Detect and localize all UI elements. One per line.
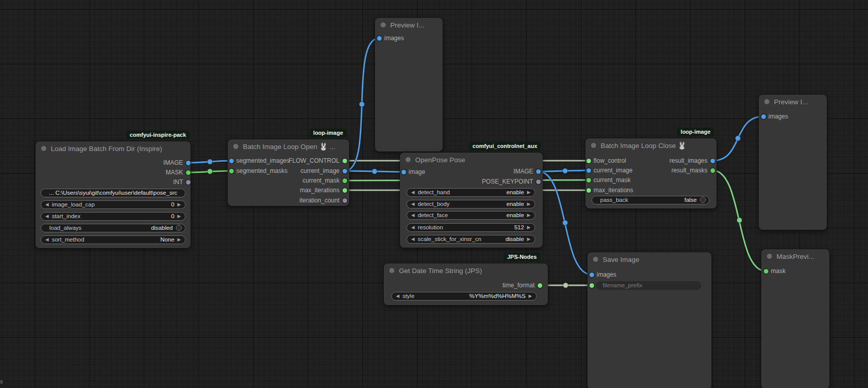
widget-sort_method[interactable]: ◀sort_methodNone▶ — [41, 235, 185, 244]
node-titlebar[interactable]: OpenPose Pose — [400, 153, 543, 167]
decrement-arrow-icon[interactable]: ◀ — [396, 294, 399, 299]
node-batch-image-loop-close[interactable]: loop-imageBatch Image Loop Close 🐰flow_c… — [585, 138, 717, 208]
node-save-image[interactable]: Save Imageimagesfilename_prefix — [587, 252, 711, 388]
node-mask-preview[interactable]: MaskPrevi...mask — [761, 249, 829, 388]
collapse-dot-icon[interactable] — [767, 254, 772, 259]
node-titlebar[interactable]: Load Image Batch From Dir (Inspire) — [36, 141, 191, 156]
collapse-dot-icon[interactable] — [764, 99, 769, 104]
output-slot-dot-IMAGE[interactable] — [186, 161, 191, 165]
output-slot-dot-INT[interactable] — [186, 180, 191, 185]
input-slot-dot-max_iterations[interactable] — [586, 188, 591, 193]
output-slot-dot-MASK[interactable] — [186, 170, 191, 175]
node-title: Get Date Time String (JPS) — [399, 267, 482, 275]
output-slot-dot-FLOW_CONTROL[interactable] — [343, 159, 347, 163]
output-slot-dot-POSE_KEYPOINT[interactable] — [536, 180, 541, 184]
output-slot-dot-IMAGE[interactable] — [536, 169, 541, 174]
widget-detect_face[interactable]: ◀detect_faceenable▶ — [407, 211, 535, 220]
output-slot-dot-current_mask[interactable] — [343, 178, 347, 183]
toggle-off-icon[interactable] — [700, 197, 706, 203]
node-openpose-pose[interactable]: comfyui_controlnet_auxOpenPose Poseimage… — [400, 153, 543, 248]
node-load-image-batch[interactable]: comfyui-inspire-packLoad Image Batch Fro… — [36, 141, 191, 248]
node-titlebar[interactable]: Get Date Time String (JPS) — [384, 263, 548, 278]
widget-style[interactable]: ◀style%Y%m%d%H%M%S▶ — [391, 292, 537, 301]
increment-arrow-icon[interactable]: ▶ — [527, 213, 531, 218]
node-pack-badge: comfyui_controlnet_aux — [469, 142, 541, 151]
node-titlebar[interactable]: Save Image — [587, 252, 711, 266]
output-slot-dot-current_image[interactable] — [343, 169, 347, 173]
reroute-dot[interactable] — [735, 136, 740, 141]
input-slot-dot-image[interactable] — [401, 170, 406, 174]
input-slot-dot-images[interactable] — [377, 36, 382, 41]
node-titlebar[interactable]: Batch Image Loop Open 🐰 ... — [228, 139, 349, 154]
node-titlebar[interactable]: Batch Image Loop Close 🐰 — [585, 138, 717, 153]
reroute-dot[interactable] — [737, 218, 742, 223]
reroute-dot[interactable] — [207, 159, 212, 164]
widget-detect_body[interactable]: ◀detect_bodyenable▶ — [407, 200, 535, 208]
decrement-arrow-icon[interactable]: ◀ — [411, 237, 415, 242]
node-get-date-time-string[interactable]: JPS-NodesGet Date Time String (JPS)time_… — [384, 263, 548, 305]
output-slot-dot-time_format[interactable] — [538, 283, 542, 288]
node-preview-image-top[interactable]: Preview I...images — [375, 18, 443, 152]
increment-arrow-icon[interactable]: ▶ — [529, 294, 532, 299]
increment-arrow-icon[interactable]: ▶ — [177, 214, 181, 219]
input-slot-dot-mask[interactable] — [764, 269, 768, 274]
decrement-arrow-icon[interactable]: ◀ — [411, 213, 415, 218]
node-titlebar[interactable]: MaskPrevi... — [761, 249, 829, 263]
output-slot-dot-max_iterations[interactable] — [343, 188, 347, 193]
reroute-dot[interactable] — [563, 283, 568, 288]
decrement-arrow-icon[interactable]: ◀ — [45, 202, 49, 207]
decrement-arrow-icon[interactable]: ◀ — [45, 237, 49, 242]
widget-scale_stick_for_xinsr_cn[interactable]: ◀scale_stick_for_xinsr_cndisable▶ — [407, 235, 535, 244]
widget-filename_prefix[interactable]: filename_prefix — [596, 281, 701, 290]
widget-... C:\Users\syui\git\comfyui\user\default\pose_src[interactable]: ... C:\Users\syui\git\comfyui\user\defau… — [41, 189, 185, 197]
collapse-dot-icon[interactable] — [389, 268, 394, 273]
widget-resolution[interactable]: ◀resolution512▶ — [407, 223, 535, 232]
increment-arrow-icon[interactable]: ▶ — [527, 237, 531, 242]
decrement-arrow-icon[interactable]: ◀ — [45, 214, 49, 219]
output-slot-dot-result_masks[interactable] — [710, 168, 715, 173]
toggle-off-icon[interactable] — [176, 225, 182, 231]
widget-label: load_always — [45, 225, 81, 231]
collapse-dot-icon[interactable] — [41, 146, 46, 151]
collapse-dot-icon[interactable] — [233, 144, 238, 149]
increment-arrow-icon[interactable]: ▶ — [527, 190, 531, 195]
widget-load_always[interactable]: load_alwaysdisabled — [41, 224, 185, 232]
widget-detect_hand[interactable]: ◀detect_handenable▶ — [407, 188, 535, 197]
collapse-dot-icon[interactable] — [381, 22, 386, 27]
reroute-dot[interactable] — [372, 169, 377, 174]
decrement-arrow-icon[interactable]: ◀ — [411, 190, 415, 195]
node-batch-image-loop-open[interactable]: loop-imageBatch Image Loop Open 🐰 ...seg… — [228, 139, 349, 206]
reroute-dot[interactable] — [359, 102, 364, 107]
increment-arrow-icon[interactable]: ▶ — [177, 202, 181, 207]
widget-image_load_cap[interactable]: ◀image_load_cap0▶ — [41, 200, 185, 209]
increment-arrow-icon[interactable]: ▶ — [177, 237, 181, 242]
node-pack-badge: comfyui-inspire-pack — [126, 131, 190, 139]
input-slot-dot-images[interactable] — [761, 114, 766, 119]
node-preview-image-right[interactable]: Preview I...images — [759, 95, 827, 230]
increment-arrow-icon[interactable]: ▶ — [527, 202, 531, 206]
input-slot-dot-current_image[interactable] — [586, 168, 591, 173]
node-graph-canvas[interactable]: s comfyui-inspire-packLoad Image Batch F… — [0, 0, 868, 388]
output-slot-dot-iteration_count[interactable] — [343, 198, 347, 203]
widget-start_index[interactable]: ◀start_index0▶ — [41, 212, 185, 221]
reroute-dot[interactable] — [207, 169, 212, 174]
input-slot-dot-filename_prefix[interactable] — [590, 283, 594, 288]
input-slot-dot-segmented_images[interactable] — [229, 159, 234, 163]
input-slot-dot-segmented_masks[interactable] — [229, 169, 234, 173]
input-slot-dot-images[interactable] — [590, 273, 594, 277]
collapse-dot-icon[interactable] — [593, 257, 598, 262]
reroute-dot[interactable] — [563, 220, 568, 225]
increment-arrow-icon[interactable]: ▶ — [527, 225, 531, 230]
decrement-arrow-icon[interactable]: ◀ — [411, 225, 415, 230]
output-slot-label: iteration_count — [299, 197, 339, 204]
input-slot-dot-current_mask[interactable] — [586, 178, 591, 183]
output-slot-dot-result_images[interactable] — [710, 159, 715, 163]
node-titlebar[interactable]: Preview I... — [759, 95, 827, 109]
collapse-dot-icon[interactable] — [406, 157, 411, 162]
node-titlebar[interactable]: Preview I... — [375, 18, 443, 32]
input-slot-dot-flow_control[interactable] — [586, 159, 591, 163]
reroute-dot[interactable] — [563, 168, 568, 173]
widget-pass_back[interactable]: pass_backfalse — [592, 196, 709, 204]
decrement-arrow-icon[interactable]: ◀ — [411, 202, 415, 206]
collapse-dot-icon[interactable] — [591, 143, 596, 148]
